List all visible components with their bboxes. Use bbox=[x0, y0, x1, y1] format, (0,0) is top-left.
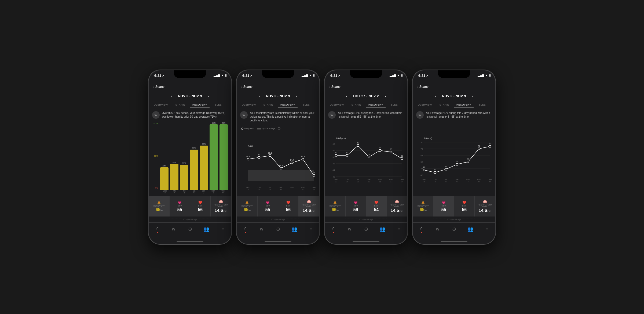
next-week-button[interactable]: › bbox=[205, 93, 212, 99]
back-chevron-icon: ‹ bbox=[417, 85, 419, 89]
back-button[interactable]: ‹ Search bbox=[153, 85, 166, 89]
metrics-bar: 🧘 RECOVERY 66% 💗 HRV 59 ❤️ RHR 54 🫁 RESP… bbox=[325, 196, 407, 216]
svg-text:2: 2 bbox=[401, 180, 402, 183]
back-button[interactable]: ‹ Search bbox=[417, 85, 430, 89]
metric-item-respiratory-rate[interactable]: 🫁 RESPIRATORY RATE 14.6rpm bbox=[299, 196, 319, 216]
svg-text:14.9: 14.9 bbox=[301, 155, 305, 157]
bar-wrapper: 65% bbox=[200, 122, 208, 190]
nav-camera[interactable]: ⊙ bbox=[182, 226, 198, 232]
tab-recovery[interactable]: RECOVERY bbox=[190, 102, 210, 107]
bar-percent: 98% bbox=[222, 122, 226, 124]
prev-week-button[interactable]: ‹ bbox=[343, 93, 350, 99]
svg-text:14.4: 14.4 bbox=[279, 164, 283, 167]
next-week-button[interactable]: › bbox=[382, 93, 389, 99]
next-week-button[interactable]: › bbox=[293, 93, 300, 99]
svg-text:28: 28 bbox=[346, 180, 348, 183]
nav-community[interactable]: 👥 bbox=[198, 226, 215, 232]
metric-icon: ❤️ bbox=[286, 201, 290, 204]
metric-item-respiratory-rate[interactable]: 🫁 RESPIRATORY RATE 14.6rpm bbox=[211, 196, 231, 216]
tab-overview[interactable]: OVERVIEW bbox=[239, 102, 259, 107]
metrics-bar: 🧘 RECOVERY 65% 💗 HRV 55 ❤️ RHR 56 🫁 RESP… bbox=[413, 196, 495, 216]
tab-recovery[interactable]: RECOVERY bbox=[278, 102, 298, 107]
tab-sleep[interactable]: SLEEP bbox=[474, 102, 493, 107]
back-button[interactable]: ‹ Search bbox=[241, 85, 254, 89]
metric-item-hrv[interactable]: 💗 HRV 59 bbox=[346, 196, 366, 216]
next-week-button[interactable]: › bbox=[469, 93, 476, 99]
nav-camera[interactable]: ⊙ bbox=[270, 226, 286, 232]
metric-value: 55 bbox=[265, 207, 270, 212]
svg-text:29: 29 bbox=[357, 180, 359, 183]
nav-home[interactable]: ⌂ bbox=[237, 226, 253, 233]
tab-strain[interactable]: STRAIN bbox=[347, 102, 366, 107]
nav-bar: ‹ Search bbox=[413, 82, 495, 91]
metric-item-recovery[interactable]: 🧘 RECOVERY 65% bbox=[237, 196, 258, 216]
tab-sleep[interactable]: SLEEP bbox=[386, 102, 405, 107]
metric-item-recovery[interactable]: 🧘 RECOVERY 65% bbox=[413, 196, 434, 216]
metric-item-respiratory-rate[interactable]: 🫁 RESPIRATORY RATE 14.6rpm bbox=[475, 196, 495, 216]
tab-overview[interactable]: OVERVIEW bbox=[415, 102, 435, 107]
week-label: OCT 27 - NOV 2 bbox=[353, 94, 379, 98]
nav-menu[interactable]: ≡ bbox=[303, 226, 319, 232]
prev-week-button[interactable]: ‹ bbox=[168, 93, 175, 99]
bar-percent: 98% bbox=[212, 122, 216, 124]
nav-camera[interactable]: ⊙ bbox=[446, 226, 462, 232]
tab-sleep[interactable]: SLEEP bbox=[210, 102, 229, 107]
tab-overview[interactable]: OVERVIEW bbox=[151, 102, 171, 107]
svg-text:5: 5 bbox=[269, 188, 271, 190]
metric-item-hrv[interactable]: 💗 HRV 55 bbox=[170, 196, 190, 216]
metric-label: RESPIRATORY RATE bbox=[211, 204, 230, 208]
prev-week-button[interactable]: ‹ bbox=[432, 93, 439, 99]
nav-community[interactable]: 👥 bbox=[374, 226, 391, 232]
nav-home[interactable]: ⌂ bbox=[325, 226, 341, 233]
tab-recovery[interactable]: RECOVERY bbox=[366, 102, 386, 107]
nav-community[interactable]: 👥 bbox=[462, 226, 479, 232]
legend-rect bbox=[257, 128, 261, 129]
metric-item-rhr[interactable]: ❤️ RHR 56 bbox=[454, 196, 475, 216]
metric-item-respiratory-rate[interactable]: 🫁 RESPIRATORY RATE 14.5rpm bbox=[387, 196, 407, 216]
nav-camera[interactable]: ⊙ bbox=[358, 226, 374, 232]
metric-item-recovery[interactable]: 🧘 RECOVERY 66% bbox=[325, 196, 346, 216]
tab-strain[interactable]: STRAIN bbox=[171, 102, 190, 107]
metric-item-recovery[interactable]: 🧘 RECOVERY 65% bbox=[149, 196, 170, 216]
bar bbox=[200, 146, 208, 190]
metric-item-hrv[interactable]: 💗 HRV 55 bbox=[434, 196, 454, 216]
metric-item-rhr[interactable]: ❤️ RHR 54 bbox=[366, 196, 387, 216]
tab-strain[interactable]: STRAIN bbox=[435, 102, 454, 107]
nav-community[interactable]: 👥 bbox=[286, 226, 303, 232]
nav-home[interactable]: ⌂ bbox=[413, 226, 429, 233]
svg-point-17 bbox=[258, 156, 260, 158]
back-label: Search bbox=[155, 85, 166, 89]
metric-label: HRV bbox=[354, 205, 358, 207]
legend-info-icon[interactable]: ⓘ bbox=[278, 127, 280, 131]
bar-percent: 37% bbox=[182, 162, 186, 164]
tab-overview[interactable]: OVERVIEW bbox=[327, 102, 347, 107]
phone-inner: 6:31 ↗ ▂▄▆ ▲ ▮ ‹ Search ‹ bbox=[413, 70, 495, 244]
metric-icon: ❤️ bbox=[374, 201, 378, 204]
svg-point-60 bbox=[368, 156, 370, 158]
nav-whoop[interactable]: W bbox=[341, 227, 358, 231]
tab-strain[interactable]: STRAIN bbox=[259, 102, 278, 107]
metric-icon: 🫁 bbox=[483, 200, 487, 203]
week-label: NOV 3 - NOV 9 bbox=[178, 94, 202, 98]
nav-menu[interactable]: ≡ bbox=[391, 226, 407, 232]
nav-whoop[interactable]: W bbox=[165, 227, 182, 231]
svg-text:53: 53 bbox=[456, 160, 458, 163]
nav-menu[interactable]: ≡ bbox=[215, 226, 231, 232]
metric-item-rhr[interactable]: ❤️ RHR 56 bbox=[278, 196, 299, 216]
nav-home[interactable]: ⌂ bbox=[149, 226, 165, 233]
prev-week-button[interactable]: ‹ bbox=[256, 93, 263, 99]
tab-recovery[interactable]: RECOVERY bbox=[454, 102, 474, 107]
summary-area: W Over this 7-day period, your average R… bbox=[149, 109, 231, 121]
phone-phone3: 6:31 ↗ ▂▄▆ ▲ ▮ ‹ Search ‹ bbox=[324, 70, 408, 244]
metric-item-hrv[interactable]: 💗 HRV 55 bbox=[258, 196, 278, 216]
bar-chart: 100% 66% 0% 33% 38% 37% 59% bbox=[151, 122, 229, 195]
tab-sleep[interactable]: SLEEP bbox=[298, 102, 317, 107]
metric-item-rhr[interactable]: ❤️ RHR 56 bbox=[190, 196, 211, 216]
svg-text:56: 56 bbox=[467, 158, 469, 160]
nav-whoop[interactable]: W bbox=[253, 227, 270, 231]
back-button[interactable]: ‹ Search bbox=[329, 85, 342, 89]
svg-point-100 bbox=[445, 168, 447, 170]
nav-menu[interactable]: ≡ bbox=[479, 226, 495, 232]
nav-whoop[interactable]: W bbox=[429, 227, 446, 231]
status-bar: 6:31 ↗ ▂▄▆ ▲ ▮ bbox=[237, 70, 319, 82]
